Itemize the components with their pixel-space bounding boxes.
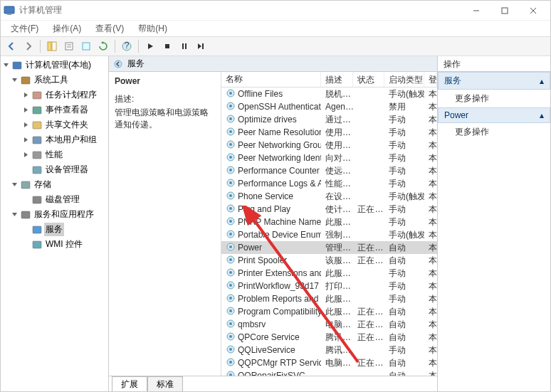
table-row[interactable]: PrintWorkflow_93d17打印…手动本 — [221, 280, 437, 292]
service-name: Program Compatibility Assi… — [238, 307, 321, 317]
tree-toggle-icon[interactable] — [22, 121, 30, 129]
table-row[interactable]: Plug and Play使计…正在…手动本 — [221, 203, 437, 216]
service-status: 正在… — [353, 254, 384, 267]
tree-toggle-icon[interactable] — [2, 61, 10, 69]
column-name[interactable]: 名称 — [221, 72, 321, 87]
show-hide-tree-button[interactable] — [44, 38, 60, 54]
table-row[interactable]: OpenSSH Authentication A…Agen…禁用本 — [221, 100, 437, 113]
tree-toggle-icon[interactable] — [22, 91, 30, 99]
tree-item[interactable]: 服务 — [1, 222, 108, 237]
table-row[interactable]: Offline Files脱机…手动(触发…本 — [221, 88, 437, 100]
tree-toggle-icon[interactable] — [22, 196, 30, 203]
tree-item[interactable]: 服务和应用程序 — [1, 207, 108, 222]
table-row[interactable]: Power管理…正在…自动本 — [221, 241, 437, 254]
restart-service-button[interactable] — [194, 38, 209, 54]
service-start: 手动 — [384, 203, 425, 216]
tree-item[interactable]: 系统工具 — [1, 73, 108, 88]
service-name: Peer Networking Grouping — [238, 140, 321, 150]
table-row[interactable]: Problem Reports and Soluti…此服…手动本 — [221, 292, 437, 305]
tree-toggle-icon[interactable] — [22, 106, 30, 114]
column-logon[interactable]: 登 — [424, 72, 437, 87]
close-button[interactable] — [519, 1, 547, 21]
tree-toggle-icon[interactable] — [11, 76, 19, 84]
menu-file[interactable]: 文件(F) — [4, 21, 46, 36]
service-icon — [226, 178, 236, 190]
table-row[interactable]: Phone Service在设…手动(触发…本 — [221, 190, 437, 203]
tree-toggle-icon[interactable] — [22, 166, 30, 174]
service-start: 手动(触发… — [384, 88, 425, 101]
tree-item[interactable]: 共享文件夹 — [1, 117, 108, 132]
table-row[interactable]: Performance Logs & Alerts性能…手动本 — [221, 177, 437, 190]
column-desc[interactable]: 描述 — [321, 72, 353, 87]
tree-toggle-icon[interactable] — [22, 151, 30, 159]
table-row[interactable]: qmbsrv电脑…正在…自动本 — [221, 318, 437, 331]
forward-button[interactable] — [21, 38, 36, 54]
tree-item[interactable]: 磁盘管理 — [1, 192, 108, 207]
actions-section-title[interactable]: Power ▴ — [439, 108, 550, 122]
properties-button[interactable] — [61, 38, 77, 54]
back-button[interactable] — [4, 38, 19, 54]
tree-toggle-icon[interactable] — [11, 211, 19, 218]
export-list-button[interactable] — [78, 38, 94, 54]
service-logon: 本 — [424, 100, 437, 114]
maximize-button[interactable] — [490, 1, 519, 21]
tree-toggle-icon[interactable] — [22, 226, 30, 233]
table-row[interactable]: Peer Networking Grouping使用…手动本 — [221, 139, 437, 152]
menu-action[interactable]: 操作(A) — [46, 21, 88, 36]
tree-toggle-icon[interactable] — [22, 240, 30, 248]
tree-pane[interactable]: 计算机管理(本地)系统工具任务计划程序事件查看器共享文件夹本地用户和组性能设备管… — [1, 56, 109, 391]
stop-service-button[interactable] — [159, 38, 175, 54]
tree-item[interactable]: 计算机管理(本地) — [1, 58, 108, 73]
table-row[interactable]: Program Compatibility Assi…此服…正在…自动本 — [221, 305, 437, 318]
service-desc: 使远… — [321, 164, 353, 178]
tree-item[interactable]: 事件查看器 — [1, 102, 108, 117]
help-button[interactable]: ? — [119, 38, 135, 54]
table-row[interactable]: QPCore Service腾讯…正在…自动本 — [221, 331, 437, 344]
svg-rect-29 — [33, 226, 41, 233]
start-service-button[interactable] — [142, 38, 158, 54]
table-row[interactable]: QQRepairFixSVC自动本 — [221, 369, 437, 376]
minimize-button[interactable] — [462, 1, 490, 21]
tree-item[interactable]: 存储 — [1, 177, 108, 192]
table-row[interactable]: QQPCMgr RTP Service电脑…正在…自动本 — [221, 356, 437, 369]
table-row[interactable]: Peer Name Resolution Prot…使用…手动本 — [221, 126, 437, 139]
menu-help[interactable]: 帮助(H) — [131, 21, 174, 36]
table-row[interactable]: QQLiveService腾讯…手动本 — [221, 344, 437, 356]
tree-item[interactable]: 本地用户和组 — [1, 132, 108, 147]
svg-point-61 — [229, 271, 232, 274]
menu-view[interactable]: 查看(V) — [88, 21, 131, 36]
column-status[interactable]: 状态 — [353, 72, 384, 87]
svg-point-37 — [229, 117, 232, 120]
column-start[interactable]: 启动类型 — [384, 72, 425, 87]
tree-item[interactable]: 设备管理器 — [1, 162, 108, 177]
svg-rect-14 — [165, 44, 169, 48]
more-actions-link[interactable]: 更多操作 — [438, 90, 550, 107]
nav-arrow-icon[interactable] — [113, 59, 123, 69]
tree-item[interactable]: WMI 控件 — [1, 237, 108, 252]
description-label: 描述: — [115, 93, 215, 105]
pause-service-button[interactable] — [177, 38, 192, 54]
tab-extended[interactable]: 扩展 — [112, 376, 147, 392]
table-row[interactable]: Printer Extensions and Notif…此服…手动本 — [221, 267, 437, 280]
svg-point-31 — [115, 60, 122, 68]
service-start: 自动 — [384, 356, 425, 370]
table-row[interactable]: PNRP Machine Name Publi…此服…手动本 — [221, 216, 437, 228]
table-row[interactable]: Portable Device Enumerato…强制…手动(触发…本 — [221, 228, 437, 241]
more-actions-link[interactable]: 更多操作 — [438, 123, 550, 141]
refresh-button[interactable] — [95, 38, 111, 54]
svg-point-49 — [229, 194, 232, 197]
service-desc: 脱机… — [321, 88, 353, 101]
table-row[interactable]: Peer Networking Identity M…向对…手动本 — [221, 152, 437, 164]
tree-toggle-icon[interactable] — [11, 181, 19, 189]
tree-item[interactable]: 任务计划程序 — [1, 88, 108, 102]
service-status — [353, 93, 384, 95]
tree-node-icon — [31, 105, 43, 116]
actions-section-title[interactable]: 服务 ▴ — [439, 73, 550, 89]
table-row[interactable]: Performance Counter DLL …使远…手动本 — [221, 164, 437, 177]
table-row[interactable]: Optimize drives通过…手动本 — [221, 113, 437, 126]
tree-toggle-icon[interactable] — [22, 136, 30, 144]
service-desc: 电脑… — [321, 318, 353, 332]
tab-standard[interactable]: 标准 — [147, 376, 183, 392]
table-row[interactable]: Print Spooler该服…正在…自动本 — [221, 254, 437, 267]
tree-item[interactable]: 性能 — [1, 147, 108, 162]
